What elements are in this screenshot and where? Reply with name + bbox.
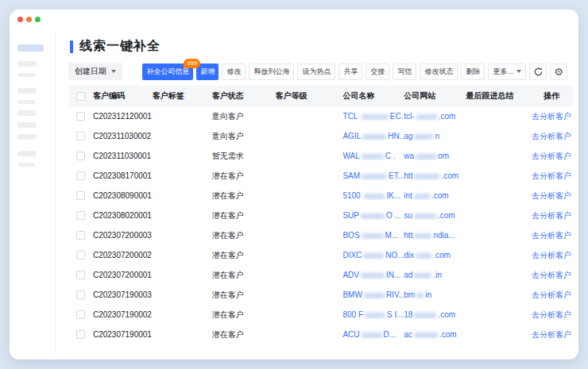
complete-company-info-button[interactable]: 补全公司信息 999 <box>142 63 193 80</box>
cell-text: n <box>435 132 439 140</box>
company-website[interactable]: waom <box>404 152 466 160</box>
cell-text: int <box>404 191 412 200</box>
customer-status: 潜在客户 <box>212 290 276 301</box>
row-checkbox[interactable] <box>76 132 85 140</box>
company-website[interactable]: agn <box>404 132 466 140</box>
analyze-customer-link[interactable]: 去分析客户 <box>532 231 571 240</box>
settings-button[interactable]: ⚙ <box>550 63 567 80</box>
toolbar-button[interactable]: 交接 <box>366 63 389 80</box>
analyze-customer-link[interactable]: 去分析客户 <box>532 251 571 259</box>
company-name: AGILHN... <box>342 132 404 140</box>
row-checkbox[interactable] <box>76 152 85 160</box>
analyze-customer-link[interactable]: 去分析客户 <box>532 271 571 279</box>
company-website[interactable]: su.com <box>404 211 466 220</box>
cell-text: AGIL <box>342 132 361 140</box>
customer-status: 潜在客户 <box>212 171 276 182</box>
redacted-text <box>414 213 436 219</box>
analyze-customer-link[interactable]: 去分析客户 <box>532 191 571 200</box>
customer-code: C202308090001 <box>93 191 153 200</box>
toolbar-button[interactable]: 修改状态 <box>420 63 458 80</box>
close-window-icon[interactable] <box>17 17 23 22</box>
company-website[interactable]: httndia... <box>404 231 466 240</box>
maximize-window-icon[interactable] <box>35 17 41 22</box>
toolbar-button[interactable]: 释放到公海 <box>249 63 294 80</box>
cell-text: BOS <box>342 231 359 240</box>
analyze-customer-link[interactable]: 去分析客户 <box>532 152 571 160</box>
customers-table: 客户编码客户标签客户状态客户等级公司名称公司网站最后跟进总结操作 C202312… <box>69 86 574 344</box>
analyze-customer-link[interactable]: 去分析客户 <box>532 310 571 319</box>
sidebar-skeleton-item[interactable] <box>17 88 37 94</box>
column-header: 公司网站 <box>404 90 466 102</box>
sidebar-skeleton-item[interactable] <box>17 151 37 156</box>
table-row: C202307190001潜在客户ACUD...ac.com去分析客户 <box>69 325 574 344</box>
customer-code: C202307190001 <box>93 330 153 339</box>
date-filter-label: 创建日期 <box>75 66 106 77</box>
row-checkbox[interactable] <box>76 290 85 299</box>
row-checkbox[interactable] <box>76 310 85 319</box>
row-checkbox[interactable] <box>76 191 85 200</box>
row-checkbox[interactable] <box>76 211 85 220</box>
sidebar-skeleton-item[interactable] <box>17 110 37 116</box>
company-website[interactable]: tcl-.com <box>404 112 466 121</box>
sidebar-skeleton-item[interactable] <box>17 61 37 67</box>
cell-text: ad <box>404 271 412 279</box>
toolbar-button[interactable]: 写信 <box>393 63 416 80</box>
company-website[interactable]: bmin <box>404 290 466 299</box>
row-checkbox[interactable] <box>76 112 85 121</box>
analyze-customer-link[interactable]: 去分析客户 <box>532 112 571 121</box>
analyze-customer-link[interactable]: 去分析客户 <box>532 132 571 140</box>
company-website[interactable]: ad.in <box>404 271 466 279</box>
cell-text: htt <box>404 171 412 180</box>
redacted-text <box>362 154 384 160</box>
company-website[interactable]: int.com <box>404 191 466 200</box>
table-row: C202311030001暂无需求WALC .waom去分析客户 <box>69 146 574 166</box>
sidebar-skeleton-item[interactable] <box>17 134 37 140</box>
sidebar-skeleton-item[interactable] <box>17 100 35 104</box>
cell-text: ET... <box>389 171 404 180</box>
redacted-text <box>361 213 385 219</box>
row-checkbox[interactable] <box>76 231 85 240</box>
customer-status: 潜在客户 <box>212 250 276 261</box>
customer-status: 潜在客户 <box>212 210 276 221</box>
company-website[interactable]: 18.com <box>404 310 466 319</box>
cell-text: .com <box>439 112 456 121</box>
sidebar-skeleton-item[interactable] <box>17 122 37 128</box>
cell-text: .in <box>433 271 442 279</box>
company-website[interactable]: ac.com <box>404 330 466 339</box>
toolbar-button[interactable]: 共享 <box>338 63 362 80</box>
analyze-customer-link[interactable]: 去分析客户 <box>532 290 571 299</box>
minimize-window-icon[interactable] <box>26 17 32 22</box>
refresh-button[interactable] <box>529 63 547 80</box>
analyze-customer-link[interactable]: 去分析客户 <box>532 171 571 180</box>
sidebar-skeleton-item[interactable] <box>17 163 35 167</box>
cell-text: D... <box>384 330 397 339</box>
cell-text: ag <box>404 132 412 140</box>
row-checkbox[interactable] <box>76 330 85 339</box>
select-all-checkbox[interactable] <box>76 92 85 101</box>
toolbar-button[interactable]: 修改 <box>222 63 246 80</box>
column-header: 客户标签 <box>153 90 212 102</box>
company-name: 5100 IK... <box>342 191 404 200</box>
toolbar-button[interactable]: 删除 <box>461 63 485 80</box>
table-row: C202307200002潜在客户DIXCNO...dix.com去分析客户 <box>69 245 574 265</box>
add-button[interactable]: 新增 <box>196 63 219 80</box>
cell-text: .com <box>441 171 458 180</box>
more-button[interactable]: 更多... <box>488 63 526 80</box>
cell-text: EC... <box>390 112 404 121</box>
analyze-customer-link[interactable]: 去分析客户 <box>532 211 571 220</box>
row-checkbox[interactable] <box>76 171 85 180</box>
date-filter-dropdown[interactable]: 创建日期 <box>68 63 122 80</box>
company-website[interactable]: dix.com <box>404 251 466 259</box>
cell-text: BMW <box>342 290 362 299</box>
analyze-customer-link[interactable]: 去分析客户 <box>532 330 571 339</box>
cell-text: S I... <box>387 310 404 319</box>
redacted-text <box>414 273 431 279</box>
company-website[interactable]: htt.com <box>404 171 466 180</box>
cell-text: 18 <box>404 310 412 319</box>
row-checkbox[interactable] <box>76 271 85 279</box>
row-checkbox[interactable] <box>76 251 85 259</box>
sidebar-item-active[interactable] <box>17 44 44 52</box>
toolbar-button[interactable]: 设为热点 <box>297 63 335 80</box>
sidebar-skeleton-item[interactable] <box>17 73 35 77</box>
customer-code: C202312120001 <box>93 112 153 121</box>
